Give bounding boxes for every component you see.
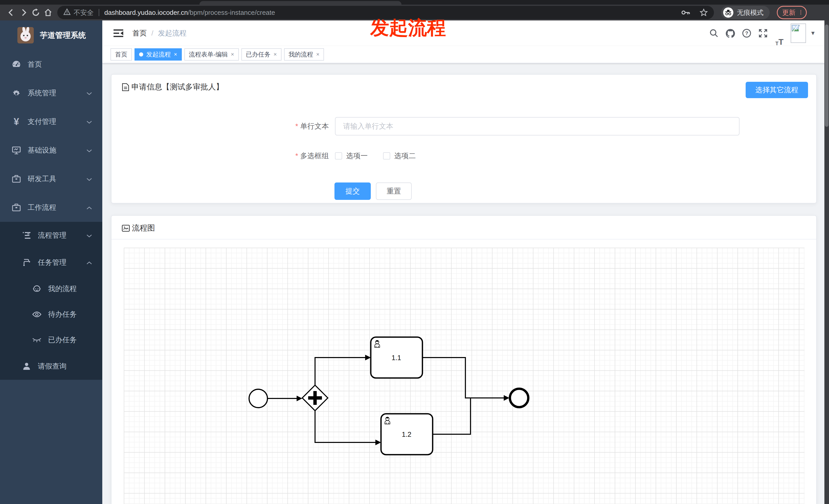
sidebar-fold-icon[interactable] [113, 29, 123, 38]
sidebar-item-infrastructure[interactable]: 基础设施 [0, 136, 102, 165]
bpmn-canvas[interactable]: 1.1 1.2 [124, 248, 804, 504]
close-icon[interactable]: × [231, 51, 234, 58]
home-icon[interactable] [42, 6, 54, 18]
help-icon[interactable]: ? [738, 21, 755, 46]
browser-tabstrip [0, 0, 829, 5]
sidebar-item-home[interactable]: 首页 [0, 50, 102, 79]
sidebar-item-my-process[interactable]: 我的流程 [0, 276, 102, 302]
sidebar-item-system[interactable]: 系统管理 [0, 79, 102, 107]
yen-icon: ¥ [10, 116, 23, 127]
tag-label: 我的流程 [289, 50, 313, 59]
checkbox-group: 选项一 选项二 [335, 147, 431, 165]
user-task-1-2[interactable]: 1.2 [381, 414, 433, 455]
tag-my-process[interactable]: 我的流程× [284, 48, 324, 61]
incognito-badge: 无痕模式 [721, 6, 770, 19]
tag-label: 流程表单-编辑 [189, 50, 228, 59]
checkbox-icon[interactable] [383, 152, 390, 159]
single-line-text-input[interactable] [335, 117, 740, 135]
sidebar-item-label: 基础设施 [28, 146, 86, 155]
task-label: 1.2 [402, 431, 411, 438]
chevron-down-icon [86, 118, 92, 126]
back-icon[interactable] [5, 6, 17, 18]
app-logo [17, 27, 34, 43]
workflow-submenu: 流程管理 任务管理 我的流程 待办任务 [0, 222, 102, 380]
tag-label: 已办任务 [246, 50, 271, 59]
card-title: 申请信息【测试多审批人】 [122, 82, 223, 92]
checkbox-option-2[interactable]: 选项二 [383, 151, 416, 161]
close-icon[interactable]: × [174, 51, 177, 58]
checkbox-icon[interactable] [335, 152, 342, 159]
page-content: 申请信息【测试多审批人】 选择其它流程 *单行文本 *多选框组 选项一 选项二 [102, 64, 829, 504]
process-diagram-card: 流程图 [111, 215, 817, 504]
sidebar-item-todo-tasks[interactable]: 待办任务 [0, 302, 102, 327]
incognito-icon [723, 7, 733, 17]
update-button[interactable]: 更新 ⦙ [777, 6, 807, 19]
branch-icon [21, 259, 33, 267]
app-title: 芋道管理系统 [40, 30, 86, 41]
sidebar-logo-row[interactable]: 芋道管理系统 [0, 21, 102, 50]
sidebar-item-done-tasks[interactable]: 已办任务 [0, 327, 102, 353]
forward-icon[interactable] [17, 6, 30, 18]
svg-text:?: ? [745, 30, 748, 36]
breadcrumb: 首页 / 发起流程 [133, 28, 187, 38]
github-icon[interactable] [722, 21, 738, 46]
submit-button[interactable]: 提交 [334, 183, 371, 200]
sidebar-item-task-mgmt[interactable]: 任务管理 [0, 249, 102, 276]
sidebar-item-label: 首页 [28, 60, 102, 69]
choose-other-process-button[interactable]: 选择其它流程 [746, 82, 808, 98]
chevron-down-icon [86, 175, 92, 183]
close-icon[interactable]: × [316, 51, 320, 58]
sidebar-item-payment[interactable]: ¥ 支付管理 [0, 107, 102, 136]
tag-label: 发起流程 [146, 50, 171, 59]
fullscreen-icon[interactable] [755, 21, 771, 46]
user-task-1-1[interactable]: 1.1 [371, 337, 423, 378]
end-event[interactable] [510, 389, 528, 407]
parallel-gateway[interactable] [302, 385, 328, 411]
page-scrollbar[interactable] [824, 21, 829, 504]
picture-icon [122, 225, 130, 232]
list-icon [21, 232, 33, 239]
omnibox-divider [99, 9, 99, 16]
eye-icon [31, 311, 43, 317]
sidebar-item-process-mgmt[interactable]: 流程管理 [0, 222, 102, 249]
breadcrumb-home[interactable]: 首页 [133, 28, 147, 38]
breadcrumb-separator: / [151, 29, 153, 37]
required-asterisk: * [295, 152, 298, 160]
reset-button[interactable]: 重置 [376, 183, 412, 200]
sidebar-item-devtools[interactable]: 研发工具 [0, 165, 102, 193]
browser-menu-icon[interactable]: ⦙ [800, 11, 801, 14]
checkbox-option-1[interactable]: 选项一 [335, 151, 368, 161]
tag-done-tasks[interactable]: 已办任务× [241, 48, 282, 61]
tag-create-process[interactable]: 发起流程× [135, 48, 182, 61]
eye-closed-icon [31, 337, 43, 343]
scrollbar-thumb[interactable] [825, 25, 828, 127]
avatar[interactable] [791, 24, 806, 43]
toolbox-icon [10, 175, 23, 183]
search-icon[interactable] [706, 21, 722, 46]
overlay-action-title: 发起流程 [370, 15, 446, 41]
start-event[interactable] [249, 389, 267, 408]
sidebar-item-leave-query[interactable]: 请假查询 [0, 353, 102, 380]
field-label: *多选框组 [111, 151, 329, 161]
sidebar-item-label: 流程管理 [38, 231, 86, 240]
navbar-right-tools: ? TT ▼ [706, 21, 816, 46]
document-icon [122, 83, 130, 91]
tag-label: 首页 [115, 50, 127, 59]
tag-form-edit[interactable]: 流程表单-编辑× [184, 48, 239, 61]
close-icon[interactable]: × [274, 51, 277, 58]
sidebar-item-label: 工作流程 [28, 203, 86, 212]
key-icon[interactable] [681, 9, 690, 15]
apply-form: *单行文本 *多选框组 选项一 选项二 提交 重置 [111, 117, 816, 200]
reload-icon[interactable] [30, 6, 42, 18]
chevron-down-icon[interactable]: ▼ [810, 30, 816, 37]
main-area: 首页 / 发起流程 ? TT [102, 21, 829, 504]
card-title-text: 流程图 [132, 223, 155, 233]
url-host: dashboard.yudao.iocoder.cn [104, 9, 188, 16]
font-size-icon[interactable]: TT [771, 21, 788, 46]
security-label[interactable]: 不安全 [74, 8, 94, 17]
bookmark-star-icon[interactable] [699, 8, 708, 16]
active-tag-dot [139, 52, 143, 56]
browser-active-tab[interactable] [200, 1, 401, 5]
tag-home[interactable]: 首页 [110, 48, 132, 61]
sidebar-item-workflow[interactable]: 工作流程 [0, 193, 102, 222]
